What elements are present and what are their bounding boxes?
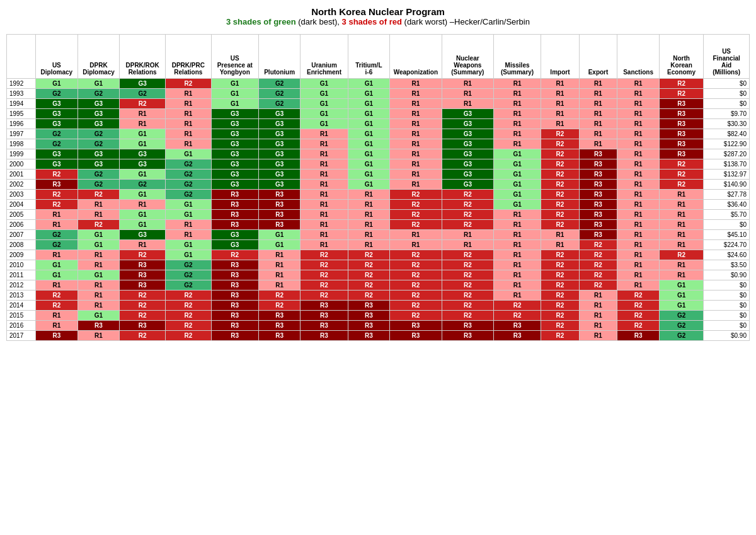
cell-us-financial: $82.40 — [704, 129, 750, 139]
cell-dprk_diplomacy: G3 — [77, 109, 120, 119]
cell-plutonium: G2 — [258, 99, 301, 109]
table-row: 2015R1G1R2R2R3R3R3R3R2R2R2R2R1R2G2$0 — [7, 311, 750, 321]
cell-plutonium: G2 — [258, 79, 301, 89]
cell-weaponization: R2 — [390, 270, 442, 280]
cell-dprk_diplomacy: G3 — [77, 149, 120, 159]
cell-sanctions: R1 — [617, 170, 660, 180]
cell-import: R1 — [541, 89, 580, 99]
cell-dprk_prc: R1 — [166, 230, 212, 240]
cell-dprk_prc: G2 — [166, 260, 212, 270]
cell-missiles: R1 — [494, 240, 541, 250]
cell-dprk_diplomacy: R1 — [77, 210, 120, 220]
cell-dprk_prc: R1 — [166, 89, 212, 99]
cell-dprk_rok: R1 — [120, 240, 166, 250]
cell-import: R2 — [541, 159, 580, 170]
cell-uranium: R1 — [301, 210, 348, 220]
table-row: 2000G3G3G3G2G3G3R1G1R1G3G1R2R3R1R2$138.7… — [7, 159, 750, 170]
cell-nuclear_weapons: R1 — [442, 79, 493, 89]
cell-tritium: R2 — [348, 270, 390, 280]
col-header-us-diplomacy: USDiplomacy — [36, 35, 78, 79]
cell-dprk_diplomacy: G3 — [77, 119, 120, 129]
cell-tritium: G1 — [348, 119, 390, 129]
cell-missiles: R1 — [494, 89, 541, 99]
cell-dprk_diplomacy: G3 — [77, 159, 120, 170]
cell-dprk_prc: R1 — [166, 109, 212, 119]
cell-sanctions: R1 — [617, 260, 660, 270]
cell-plutonium: G3 — [258, 180, 301, 190]
cell-us-financial: $224.70 — [704, 240, 750, 250]
cell-nk_economy: R1 — [659, 270, 703, 280]
cell-us-financial: $0 — [704, 89, 750, 99]
year-cell: 2015 — [7, 311, 36, 321]
cell-us_presence: R2 — [211, 250, 258, 260]
cell-missiles: G1 — [494, 180, 541, 190]
year-cell: 2005 — [7, 210, 36, 220]
year-cell: 2011 — [7, 270, 36, 280]
cell-missiles: R1 — [494, 79, 541, 89]
cell-dprk_diplomacy: G3 — [77, 99, 120, 109]
cell-us-financial: $0 — [704, 311, 750, 321]
year-cell: 2009 — [7, 250, 36, 260]
col-header-dprk-prc: DPRK/PRCRelations — [166, 35, 212, 79]
cell-tritium: R2 — [348, 280, 390, 291]
cell-export: R1 — [579, 321, 617, 331]
table-row: 1998G2G2G1R1G3G3R1G1R1G3R1R2R1R1R3$122.9… — [7, 139, 750, 149]
cell-dprk_diplomacy: G2 — [77, 89, 120, 99]
cell-plutonium: G2 — [258, 89, 301, 99]
cell-dprk_diplomacy: G1 — [77, 230, 120, 240]
table-row: 2003R2R2G1G2R3R3R1R1R2R2G1R2R3R1R1$27.78 — [7, 190, 750, 200]
cell-missiles: G1 — [494, 200, 541, 210]
cell-import: R1 — [541, 240, 580, 250]
cell-export: R2 — [579, 280, 617, 291]
cell-sanctions: R1 — [617, 79, 660, 89]
cell-nk_economy: R3 — [659, 99, 703, 109]
cell-dprk_prc: G2 — [166, 159, 212, 170]
cell-missiles: R1 — [494, 230, 541, 240]
cell-dprk_prc: G1 — [166, 200, 212, 210]
cell-import: R2 — [541, 180, 580, 190]
cell-dprk_rok: R2 — [120, 301, 166, 311]
table-row: 2011G1G1R3G2R3R1R2R2R2R2R1R2R2R1R1$0.90 — [7, 270, 750, 280]
cell-sanctions: R1 — [617, 250, 660, 260]
cell-sanctions: R1 — [617, 99, 660, 109]
cell-us_presence: G1 — [211, 99, 258, 109]
cell-tritium: R3 — [348, 301, 390, 311]
main-title: North Korea Nuclear Program — [6, 6, 750, 17]
table-row: 1994G3G3R2R1G1G2G1G1R1R1R1R1R1R1R3$0 — [7, 99, 750, 109]
cell-missiles: R1 — [494, 291, 541, 301]
year-cell: 2007 — [7, 230, 36, 240]
cell-import: R2 — [541, 139, 580, 149]
cell-dprk_prc: R2 — [166, 321, 212, 331]
year-cell: 2000 — [7, 159, 36, 170]
cell-dprk_diplomacy: R1 — [77, 291, 120, 301]
cell-plutonium: R3 — [258, 311, 301, 321]
cell-us_diplomacy: G1 — [36, 79, 78, 89]
cell-us_diplomacy: G3 — [36, 109, 78, 119]
cell-nk_economy: G2 — [659, 311, 703, 321]
cell-uranium: R3 — [301, 301, 348, 311]
cell-import: R1 — [541, 99, 580, 109]
cell-dprk_diplomacy: G1 — [77, 270, 120, 280]
cell-missiles: R3 — [494, 321, 541, 331]
col-header-plutonium: Plutonium — [258, 35, 301, 79]
cell-dprk_rok: G3 — [120, 159, 166, 170]
cell-dprk_prc: R2 — [166, 301, 212, 311]
cell-import: R2 — [541, 331, 580, 341]
cell-dprk_diplomacy: G2 — [77, 129, 120, 139]
cell-weaponization: R1 — [390, 170, 442, 180]
cell-uranium: R2 — [301, 291, 348, 301]
table-row: 2002R3G2G2G2G3G3R1G1R1G3G1R2R3R1R2$140.9… — [7, 180, 750, 190]
table-row: 2010G1R1R3G2R3R1R2R2R2R2R1R2R2R1R1$3.50 — [7, 260, 750, 270]
cell-export: R2 — [579, 270, 617, 280]
cell-dprk_rok: G3 — [120, 149, 166, 159]
cell-tritium: R3 — [348, 331, 390, 341]
cell-us_presence: G3 — [211, 170, 258, 180]
cell-us_diplomacy: R1 — [36, 220, 78, 230]
cell-dprk_prc: G2 — [166, 270, 212, 280]
cell-export: R1 — [579, 89, 617, 99]
sub-red-suffix: (dark worst) –Hecker/Carlin/Serbin — [404, 17, 530, 26]
cell-dprk_diplomacy: R3 — [77, 321, 120, 331]
cell-us_presence: R3 — [211, 190, 258, 200]
cell-nk_economy: G2 — [659, 331, 703, 341]
cell-nuclear_weapons: R1 — [442, 89, 493, 99]
